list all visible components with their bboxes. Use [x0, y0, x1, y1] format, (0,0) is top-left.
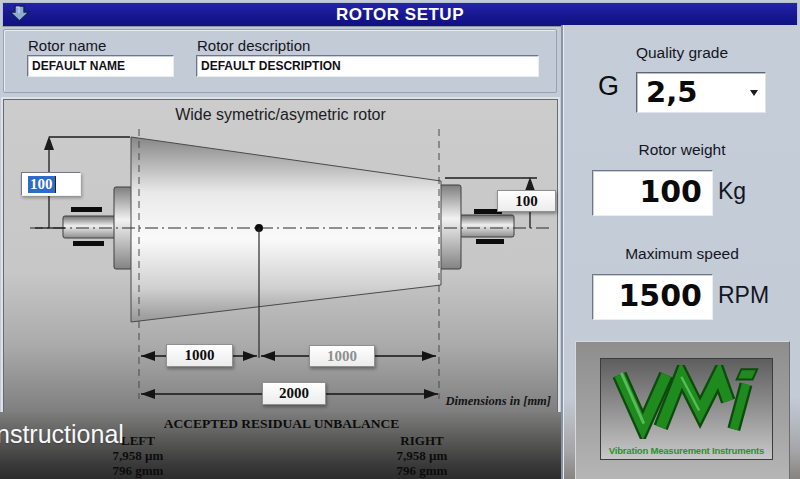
dim-right-readout: 1000: [309, 345, 375, 367]
rotor-weight-input[interactable]: 100: [592, 170, 713, 216]
dim-total-input[interactable]: 2000: [262, 382, 326, 405]
max-speed-input[interactable]: 1500: [592, 274, 713, 320]
rotor-drawing: [4, 100, 555, 411]
unbalance-right-label: RIGHT: [372, 433, 472, 449]
quality-grade-value: 2,5: [646, 75, 697, 109]
rotor-weight-unit: Kg: [718, 178, 746, 205]
window-title: ROTOR SETUP: [336, 5, 464, 25]
quality-grade-label: Quality grade: [564, 44, 800, 62]
dimensions-units-note: Dimensions in [mm]: [445, 394, 551, 409]
vmi-logo: Vibration Measurement Instruments: [600, 358, 773, 460]
exit-arrow-icon[interactable]: [8, 4, 32, 23]
unbalance-right-gmm: 796 gmm: [372, 463, 472, 479]
right-shaft: [460, 215, 514, 237]
panel-divider: [561, 25, 563, 479]
max-speed-value: 1500: [593, 278, 702, 313]
logo-caption: Vibration Measurement Instruments: [601, 445, 772, 456]
left-dim-arrow: [44, 136, 54, 150]
dim-left-input[interactable]: 1000: [166, 344, 233, 367]
rotor-diagram-panel: Wide symetric/asymetric rotor: [3, 99, 558, 414]
right-dim-arrow: [525, 177, 535, 191]
max-speed-label: Maximum speed: [564, 245, 800, 263]
vmi-logo-icon: [611, 365, 761, 439]
right-flange: [440, 185, 461, 269]
right-plane-input[interactable]: 100: [497, 190, 556, 212]
unbalance-left-um: 7,958 µm: [88, 448, 188, 464]
rotor-weight-value: 100: [593, 174, 702, 209]
rotor-weight-label: Rotor weight: [564, 141, 800, 159]
rotor-description-label: Rotor description: [197, 37, 310, 54]
unbalance-left-gmm: 796 gmm: [88, 463, 188, 479]
logo-panel: Vibration Measurement Instruments: [575, 341, 790, 479]
video-watermark: nstructional: [0, 420, 124, 449]
left-plane-selected-text: 100: [28, 176, 56, 193]
chevron-down-icon[interactable]: [750, 90, 758, 96]
rotor-description-input[interactable]: DEFAULT DESCRIPTION: [196, 55, 539, 77]
left-plane-input[interactable]: 100: [21, 172, 81, 196]
left-shaft: [63, 216, 116, 238]
quality-grade-dropdown[interactable]: 2,5: [636, 72, 766, 113]
max-speed-unit: RPM: [718, 282, 769, 309]
quality-grade-prefix: G: [598, 71, 619, 102]
rotor-name-input[interactable]: DEFAULT NAME: [27, 55, 174, 77]
unbalance-right-um: 7,958 µm: [372, 448, 472, 464]
rotor-name-label: Rotor name: [28, 37, 106, 54]
title-bar: ROTOR SETUP: [2, 2, 798, 27]
rotor-body: [131, 137, 441, 322]
